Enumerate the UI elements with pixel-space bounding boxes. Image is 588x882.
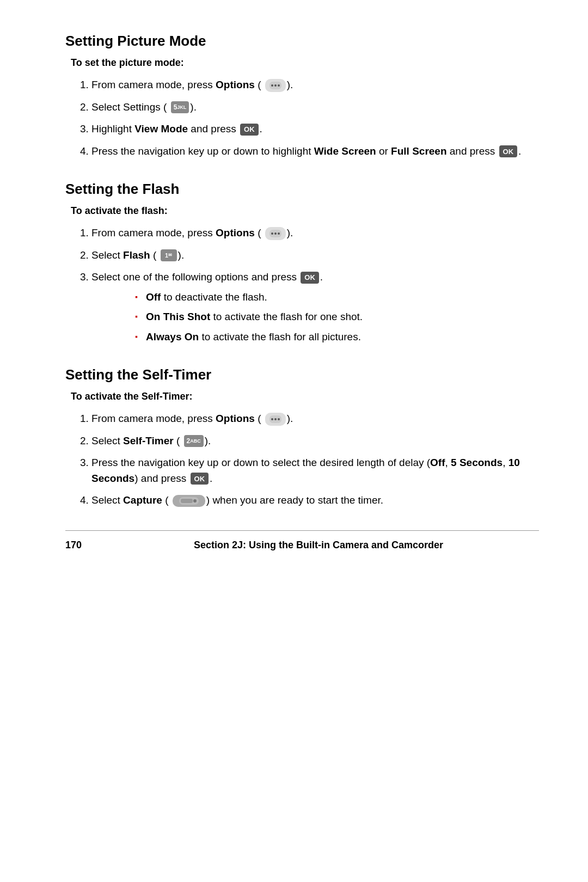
- step-1: From camera mode, press Options ( ).: [91, 77, 539, 93]
- key-1: 1✉: [161, 249, 177, 261]
- view-mode-label: View Mode: [134, 123, 188, 134]
- self-timer-label: Self-Timer: [123, 435, 174, 446]
- key-5jkl: 5JKL: [171, 101, 189, 113]
- subtitle-flash: To activate the flash:: [71, 205, 539, 217]
- ok-key-4: OK: [499, 145, 518, 157]
- flash-step-1: From camera mode, press Options ( ).: [91, 225, 539, 241]
- options-button-icon: [265, 79, 286, 92]
- svg-point-7: [278, 232, 280, 235]
- svg-point-2: [274, 84, 277, 87]
- timer-step-3: Press the navigation key up or down to s…: [91, 455, 539, 486]
- svg-point-6: [274, 232, 277, 235]
- ok-key-f3: OK: [301, 272, 319, 284]
- page-number: 170: [65, 540, 98, 551]
- setting-flash-section: Setting the Flash To activate the flash:…: [65, 181, 539, 345]
- flash-step-3: Select one of the following options and …: [91, 270, 539, 345]
- svg-point-9: [271, 418, 273, 420]
- subtitle-self-timer: To activate the Self-Timer:: [71, 391, 539, 402]
- options-label-f: Options: [216, 227, 255, 238]
- svg-point-11: [278, 418, 280, 420]
- timer-step-2: Select Self-Timer ( 2ABC).: [91, 433, 539, 449]
- footer-section-text: Section 2J: Using the Built-in Camera an…: [98, 540, 539, 551]
- step-3: Highlight View Mode and press OK.: [91, 121, 539, 137]
- ok-key-t3: OK: [191, 473, 209, 485]
- svg-point-3: [278, 84, 280, 87]
- picture-mode-steps: From camera mode, press Options ( ). Sel…: [91, 77, 539, 159]
- options-button-icon-f: [265, 227, 286, 240]
- flash-label: Flash: [123, 249, 150, 261]
- svg-point-10: [274, 418, 277, 420]
- flash-step-2: Select Flash ( 1✉).: [91, 248, 539, 264]
- capture-button-icon: [173, 495, 205, 507]
- subtitle-picture-mode: To set the picture mode:: [71, 57, 539, 69]
- flash-option-onthisshot: On This Shot to activate the flash for o…: [135, 309, 539, 325]
- setting-picture-mode-section: Setting Picture Mode To set the picture …: [65, 33, 539, 159]
- section-title-flash: Setting the Flash: [65, 181, 539, 198]
- svg-point-5: [271, 232, 273, 235]
- step-4: Press the navigation key up or down to h…: [91, 144, 539, 160]
- section-title-self-timer: Setting the Self-Timer: [65, 366, 539, 383]
- wide-screen-label: Wide Screen: [314, 145, 376, 157]
- options-label-t: Options: [216, 413, 255, 424]
- svg-point-1: [271, 84, 273, 87]
- section-title-picture-mode: Setting Picture Mode: [65, 33, 539, 50]
- flash-option-alwayson: Always On to activate the flash for all …: [135, 329, 539, 345]
- flash-steps: From camera mode, press Options ( ). Sel…: [91, 225, 539, 345]
- svg-rect-13: [181, 499, 193, 503]
- self-timer-steps: From camera mode, press Options ( ). Sel…: [91, 411, 539, 509]
- flash-option-off: Off to deactivate the flash.: [135, 290, 539, 305]
- svg-point-14: [193, 499, 197, 503]
- flash-options-list: Off to deactivate the flash. On This Sho…: [135, 290, 539, 345]
- page-footer: 170 Section 2J: Using the Built-in Camer…: [65, 530, 539, 551]
- step-2: Select Settings ( 5JKL).: [91, 100, 539, 115]
- setting-self-timer-section: Setting the Self-Timer To activate the S…: [65, 366, 539, 509]
- options-label: Options: [216, 79, 255, 90]
- capture-label: Capture: [123, 494, 162, 506]
- full-screen-label: Full Screen: [391, 145, 446, 157]
- timer-step-4: Select Capture ( ) when you are ready to…: [91, 493, 539, 509]
- key-2abc: 2ABC: [184, 435, 204, 447]
- options-button-icon-t: [265, 413, 286, 426]
- ok-key-3: OK: [240, 124, 259, 136]
- timer-step-1: From camera mode, press Options ( ).: [91, 411, 539, 427]
